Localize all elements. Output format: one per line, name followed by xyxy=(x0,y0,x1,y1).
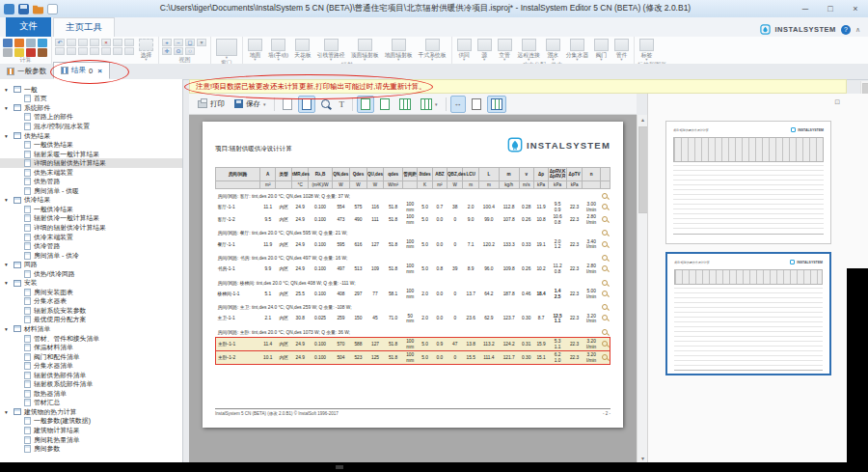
tree-item[interactable]: 辐射采暖一般计算结果 xyxy=(0,150,182,159)
multi-page-view-button[interactable] xyxy=(395,96,415,113)
tab-file[interactable]: 文件 xyxy=(6,17,51,37)
select-button[interactable]: 选择 ▾ xyxy=(137,39,155,62)
tree-item[interactable]: 保温材料清单 xyxy=(0,343,182,352)
fit-width-button[interactable]: ↔ xyxy=(450,96,466,113)
zoom-row-button[interactable] xyxy=(600,238,610,251)
calc-errors-icon[interactable] xyxy=(26,48,36,57)
zoom-row-button[interactable] xyxy=(600,201,610,213)
page-thumbnail-2-selected[interactable]: 项目:辐射供暖供冷设计计算 INSTALSYSTEM xyxy=(665,252,831,375)
zoom-row-button[interactable] xyxy=(600,213,610,226)
tree-item[interactable]: 辐射供冷一般计算结果 xyxy=(0,214,182,224)
mirror-icon[interactable] xyxy=(78,47,88,55)
tree-section[interactable]: ▾一般 xyxy=(0,85,182,95)
tree-section[interactable]: ▾材料清单 xyxy=(0,324,182,334)
text-settings-button[interactable]: T xyxy=(336,96,349,113)
tree-item[interactable]: 房间安装图表 xyxy=(0,288,182,297)
ribbon-button[interactable]: 分集水器▾ xyxy=(564,39,590,62)
tree-item[interactable]: 分集水器表 xyxy=(0,297,182,307)
zoom-row-button[interactable] xyxy=(600,226,610,238)
move-icon[interactable] xyxy=(90,47,99,55)
tree-section[interactable]: ▾回路 xyxy=(0,260,182,269)
tree-item[interactable]: 首页 xyxy=(0,95,182,104)
tree-item[interactable]: 供热末端装置 xyxy=(0,168,182,178)
calc-data-icon[interactable] xyxy=(3,48,13,57)
window-button[interactable]: ▾ xyxy=(214,39,239,60)
zoom-window-icon[interactable]: ◻ xyxy=(185,39,195,46)
tree-item[interactable]: 房间清单 - 供冷 xyxy=(0,251,182,261)
calc-audit-icon[interactable] xyxy=(38,48,47,57)
tree-item[interactable]: 建筑物计算结果 xyxy=(0,426,182,435)
select-page-button[interactable] xyxy=(298,96,315,113)
copy-icon[interactable] xyxy=(67,39,76,46)
calculate-icons[interactable] xyxy=(3,39,48,57)
zoom-prev-icon[interactable]: ◌ xyxy=(185,47,195,55)
tree-item[interactable]: 阀门和配件清单 xyxy=(0,352,182,362)
page-layout-button[interactable]: ▾ xyxy=(417,96,442,113)
ribbon-button[interactable]: 管件▾ xyxy=(612,39,631,62)
maximize-button[interactable]: □ xyxy=(818,0,843,17)
calc-options-icon[interactable] xyxy=(14,39,24,47)
tree-item[interactable]: 供冷末端装置 xyxy=(0,233,182,242)
tab-results[interactable]: 结果 0 × xyxy=(53,62,110,79)
tree-item[interactable]: 管材汇总 xyxy=(0,399,182,408)
tree-item[interactable]: 辐射系统安装参数 xyxy=(0,306,182,316)
cut-icon[interactable] xyxy=(90,39,99,46)
copy-page-button[interactable] xyxy=(279,96,296,113)
zoom-row-button[interactable] xyxy=(600,276,610,289)
tab-close-icon[interactable]: × xyxy=(97,67,102,75)
tree-item[interactable]: 辐射供热部件清单 xyxy=(0,371,182,380)
zoom-row-button[interactable] xyxy=(600,338,610,351)
ribbon-button[interactable]: 远程连接▾ xyxy=(516,39,542,62)
calc-picture-icon[interactable] xyxy=(26,39,36,47)
ribbon-button[interactable]: 阀门▾ xyxy=(592,39,610,62)
new-document-icon[interactable] xyxy=(47,4,58,14)
ribbon-button[interactable]: 引线管路径▾ xyxy=(315,39,347,62)
redo-icon[interactable] xyxy=(55,47,65,55)
ribbon-button[interactable]: 标签▾ xyxy=(637,39,656,62)
zoom-row-button[interactable] xyxy=(600,288,610,300)
zoom-row-button[interactable] xyxy=(600,325,610,338)
tree-item[interactable]: 管路上的部件 xyxy=(0,113,182,123)
calc-cooling-icon[interactable] xyxy=(38,39,47,47)
tree-section[interactable]: ▾建筑物的热力计算 xyxy=(0,407,182,417)
single-page-view-button[interactable] xyxy=(357,96,374,113)
calc-results-icon[interactable] xyxy=(3,39,13,47)
zoom-row-button[interactable] xyxy=(600,300,610,313)
ribbon-button[interactable]: 地面▾ xyxy=(246,39,264,62)
pan-icon[interactable]: ✛ xyxy=(162,47,172,55)
zoom-row-button[interactable] xyxy=(600,263,610,275)
collapse-ribbon-icon[interactable]: ∧ xyxy=(855,26,860,34)
tree-item[interactable]: 一般参数(建筑数据) xyxy=(0,417,182,427)
zoom-row-button[interactable] xyxy=(600,188,610,201)
close-button[interactable]: × xyxy=(843,0,868,17)
help-icon[interactable]: ? xyxy=(841,25,851,35)
delete-icon[interactable]: × xyxy=(101,39,111,46)
tree-section[interactable]: ▾系统部件 xyxy=(0,103,182,113)
paste-icon[interactable] xyxy=(78,39,88,46)
document-canvas[interactable]: 项目:辐射供暖供冷设计计算 INSTALSYSTEM 房间/回路A类型tMR,d… xyxy=(189,115,637,462)
ribbon-button[interactable]: 天花板▾ xyxy=(292,39,312,62)
zoom-out-icon[interactable]: − xyxy=(174,39,183,46)
ribbon-button[interactable]: 源▾ xyxy=(475,39,494,62)
panel-pin-icon[interactable]: ⊡ xyxy=(834,98,840,106)
tree-item[interactable]: 一般供冷结果 xyxy=(0,205,182,214)
tree-item[interactable]: 散热器清单 xyxy=(0,389,182,399)
open-folder-icon[interactable] xyxy=(33,4,43,14)
ribbon-button[interactable]: 顶面辐射板▾ xyxy=(349,39,381,62)
tab-home-tools[interactable]: 主页工具 xyxy=(53,17,115,37)
table-edit-icon[interactable] xyxy=(113,39,122,46)
save-icon[interactable] xyxy=(18,4,29,14)
save-report-button[interactable]: 保存▾ xyxy=(231,96,270,113)
print-button[interactable]: 打印 xyxy=(194,96,229,113)
ribbon-button[interactable]: 立管▾ xyxy=(496,39,514,62)
tree-item[interactable]: 详细的辐射供冷计算结果 xyxy=(0,223,182,233)
more-edit-icon[interactable] xyxy=(124,39,134,46)
zoom-row-button[interactable] xyxy=(600,251,610,264)
tree-item[interactable]: 房间参数 xyxy=(0,444,182,454)
ribbon-button[interactable]: 干式系统板▾ xyxy=(417,39,448,62)
tree-section[interactable]: ▾供热结果 xyxy=(0,131,182,141)
ribbon-button[interactable]: 混水▾ xyxy=(544,39,562,62)
tree-item[interactable]: 供热/供冷回路 xyxy=(0,269,182,279)
tab-general-params[interactable]: 一般参数 xyxy=(0,64,53,79)
tree-item[interactable]: 房间清单 - 供暖 xyxy=(0,186,182,196)
